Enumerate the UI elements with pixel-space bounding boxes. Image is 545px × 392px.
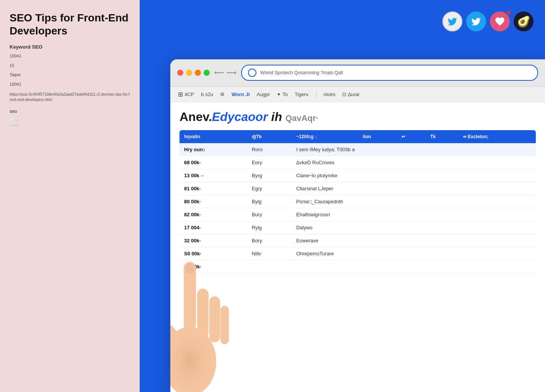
toolbar-item-augpr[interactable]: Augpr <box>257 91 270 97</box>
cell-type-7: Bory <box>247 234 292 247</box>
table-row[interactable]: 82 00k· Bury Ehalfowigrosxn <box>179 208 536 221</box>
toolbar-sep <box>316 90 317 98</box>
title-part4: QavAqr· <box>286 113 318 123</box>
star-icon: ✦ <box>277 91 281 97</box>
toolbar-item-tiger[interactable]: Tigerv. <box>295 91 309 97</box>
toolbar-label-2: b s2u <box>201 91 213 97</box>
table-row[interactable]: S0 00k· Nillv OhrepemsTurare <box>179 247 536 260</box>
table-header-row: hηvalin ığTb ~12lifcg ↓ lion ↩ Tk ≃ Excl… <box>179 130 536 143</box>
cell-name-5: Ehalfowigrosxn <box>292 208 536 221</box>
table-row[interactable]: 13 00k→ Byrg Clane÷lo ptolynrke <box>179 169 536 182</box>
sidebar-meta1: 10041 <box>10 53 130 59</box>
page-main-title: Anev.Edycaoor ih QavAqr· <box>179 110 536 124</box>
keyword-table: hηvalin ığTb ~12lifcg ↓ lion ↩ Tk ≃ Excl… <box>179 130 536 273</box>
cell-type-1: Eory <box>247 156 292 169</box>
svg-point-0 <box>170 327 216 392</box>
cell-vol-1: 68 00k· <box>179 156 247 169</box>
minimize-button[interactable] <box>186 70 192 76</box>
col-igtb[interactable]: ığTb <box>247 130 292 143</box>
back-icon[interactable]: ⟵ <box>214 69 224 77</box>
svg-rect-3 <box>209 296 220 342</box>
toolbar-item-worm[interactable]: Worn Ji <box>232 91 250 97</box>
browser-window: ⟵ ⟶ Wnind Sprotech Qvsarroning ?rnats Qa… <box>170 59 545 392</box>
forward-icon[interactable]: ⟶ <box>227 69 237 77</box>
close-button[interactable] <box>177 70 183 76</box>
cell-type-9 <box>247 260 292 273</box>
cell-type-4: Bylg <box>247 195 292 208</box>
toolbar-item-3[interactable]: ⚙ <box>220 91 225 97</box>
cell-type-5: Bury <box>247 208 292 221</box>
sidebar-tag: seo <box>10 109 130 114</box>
toolbar-item-1[interactable]: ⊞ 4CP <box>178 91 194 98</box>
twitter-icon[interactable] <box>442 11 462 31</box>
cell-type-8: Nillv <box>247 247 292 260</box>
toolbar-label-1: 4CP <box>184 91 194 97</box>
toolbar-item-aural[interactable]: ⊡ ∆ural <box>342 91 359 97</box>
toolbar-label-aural: ⊡ ∆ural <box>342 91 359 97</box>
subhdr-3: I sem IMey iudya; T003b a <box>292 143 536 156</box>
table-row[interactable]: 68 00k· Eory ΔvkeD RuCroves <box>179 156 536 169</box>
cell-name-2: Clane÷lo ptolynrke <box>292 169 536 182</box>
cell-name-3: Cllarsinal LJeper <box>292 182 536 195</box>
browser-toolbar: ⊞ 4CP b s2u ⚙ Worn Ji Augpr ✦ To Tigerv. <box>170 87 545 102</box>
table-row[interactable]: 8E 00k· <box>179 260 536 273</box>
cell-vol-8: S0 00k· <box>179 247 247 260</box>
col-hnyalin[interactable]: hηvalin <box>179 130 247 143</box>
sidebar-meta2: 15 <box>10 62 130 69</box>
fullscreen-button[interactable] <box>204 70 210 76</box>
bird-icon[interactable] <box>466 11 486 31</box>
col-tk[interactable]: Tk <box>426 130 458 143</box>
toolbar-label-worm: Worn Ji <box>232 91 250 97</box>
heart-icon[interactable] <box>490 11 510 31</box>
traffic-lights <box>177 70 210 76</box>
cell-vol-9: 8E 00k· <box>179 260 247 273</box>
title-part3: ih <box>271 110 282 124</box>
cell-vol-3: 81 00k· <box>179 182 247 195</box>
cell-name-1: ΔvkeD RuCroves <box>292 156 536 169</box>
cell-vol-6: 17 004· <box>179 221 247 234</box>
svg-point-7 <box>170 327 216 392</box>
toolbar-label-to: To <box>282 91 288 97</box>
cell-name-9 <box>292 260 536 273</box>
sidebar-icon: ⬜ <box>10 118 130 126</box>
cell-type-2: Byrg <box>247 169 292 182</box>
col-arrow[interactable]: ↩ <box>397 130 426 143</box>
sidebar: SEO Tips for Front-End Developers Keywor… <box>0 0 140 392</box>
sidebar-url: https://pub-5c454f571b8e40a3a2aad27ade84… <box>10 92 130 103</box>
address-bar[interactable]: Wnind Sprotech Qvsarroning ?rnats Qatl <box>241 65 538 81</box>
table-row[interactable]: 81 00k· Egry Cllarsinal LJeper <box>179 182 536 195</box>
table-row[interactable]: 32 00k· Bory Eowerave <box>179 234 536 247</box>
col-lion[interactable]: lion <box>358 130 397 143</box>
toolbar-item-nloirs[interactable]: nloirs <box>323 91 335 97</box>
cell-name-8: OhrepemsTurare <box>292 247 536 260</box>
table-row[interactable]: 80 00k· Bylg Ponw□_Caurapednth <box>179 195 536 208</box>
table-row[interactable]: 17 004· Rylg Dalywo <box>179 221 536 234</box>
svg-rect-4 <box>220 306 229 344</box>
svg-rect-2 <box>197 289 209 338</box>
toolbar-icon-3: ⚙ <box>220 91 225 97</box>
title-part2: Edycaoor <box>212 110 268 124</box>
cell-vol-2: 13 00k→ <box>179 169 247 182</box>
notification-dot <box>507 11 511 15</box>
page-title-area: Anev.Edycaoor ih QavAqr· <box>179 110 536 124</box>
sidebar-meta4: 10041 <box>10 81 130 88</box>
cell-type-6: Rylg <box>247 221 292 234</box>
cell-name-6: Dalywo <box>292 221 536 234</box>
main-area: 🥑 ⟵ ⟶ Wnind Sprotech Qvsarroning ?rnats … <box>140 0 545 392</box>
browser-chrome: ⟵ ⟶ Wnind Sprotech Qvsarroning ?rnats Qa… <box>170 59 545 87</box>
toolbar-label-augpr: Augpr <box>257 91 270 97</box>
maximize-button[interactable] <box>195 70 201 76</box>
col-excleton[interactable]: ≃ Excleton; <box>458 130 536 143</box>
address-text: Wnind Sprotech Qvsarroning ?rnats Qatl <box>260 70 343 75</box>
sidebar-keyword-label: Keyword SEO <box>10 44 130 50</box>
cell-vol-7: 32 00k· <box>179 234 247 247</box>
toolbar-item-2[interactable]: b s2u <box>201 91 213 97</box>
nav-arrows: ⟵ ⟶ <box>214 69 237 77</box>
toolbar-label-tiger: Tigerv. <box>295 91 309 97</box>
cell-vol-5: 82 00k· <box>179 208 247 221</box>
toolbar-item-star[interactable]: ✦ To <box>277 91 288 97</box>
avocado-icon[interactable]: 🥑 <box>514 11 534 31</box>
table-subheader: Hry oun↕ Roro I sem IMey iudya; T003b a <box>179 143 536 156</box>
cell-name-7: Eowerave <box>292 234 536 247</box>
col-lifcg[interactable]: ~12lifcg ↓ <box>292 130 358 143</box>
